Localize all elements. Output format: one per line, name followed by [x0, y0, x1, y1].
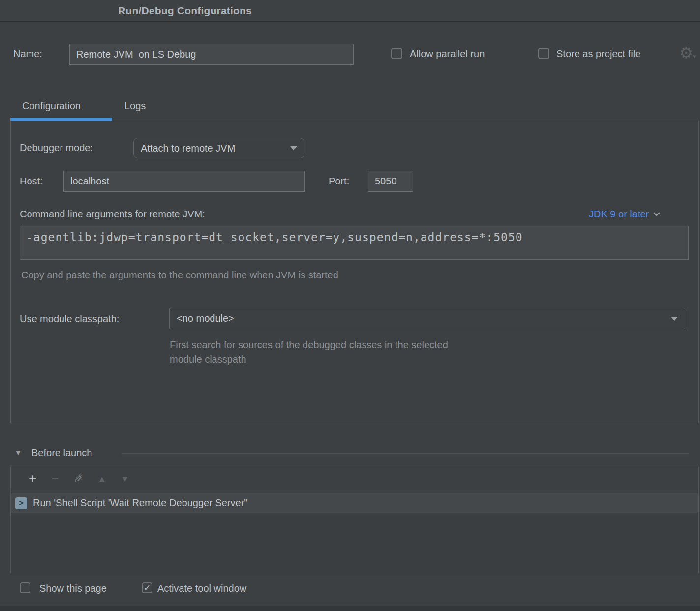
- remove-icon[interactable]: −: [51, 472, 59, 485]
- host-label: Host:: [20, 176, 43, 187]
- debugger-mode-value: Attach to remote JVM: [141, 143, 235, 154]
- name-label: Name:: [13, 48, 42, 60]
- tab-configuration[interactable]: Configuration: [22, 100, 81, 112]
- store-as-project-file-label: Store as project file: [556, 48, 640, 60]
- add-icon[interactable]: +: [29, 472, 36, 486]
- run-debug-configurations-dialog: Run/Debug Configurations Name: Allow par…: [0, 0, 700, 611]
- allow-parallel-run-label: Allow parallel run: [410, 48, 485, 60]
- chevron-down-icon: [671, 317, 678, 321]
- chevron-down-icon: [653, 212, 660, 216]
- module-classpath-label: Use module classpath:: [20, 313, 119, 325]
- store-options-gear-icon[interactable]: ⚙▾: [679, 45, 696, 61]
- before-launch-item[interactable]: > Run 'Shell Script 'Wait Remote Debugge…: [11, 493, 698, 513]
- name-input[interactable]: [69, 44, 354, 65]
- edit-pencil-icon[interactable]: ✎: [74, 473, 83, 485]
- before-launch-item-label: Run 'Shell Script 'Wait Remote Debugger …: [33, 497, 248, 509]
- module-classpath-value: <no module>: [177, 313, 234, 324]
- show-this-page-label: Show this page: [39, 583, 107, 594]
- store-as-project-file-checkbox[interactable]: [538, 48, 549, 59]
- debugger-mode-label: Debugger mode:: [20, 142, 93, 153]
- before-launch-collapse-icon[interactable]: ▼: [15, 449, 22, 457]
- dialog-title: Run/Debug Configurations: [118, 0, 252, 22]
- activate-tool-window-label: Activate tool window: [157, 583, 246, 594]
- jdk-version-label: JDK 9 or later: [589, 209, 649, 220]
- before-launch-toolbar: + − ✎ ▲ ▼: [11, 467, 698, 490]
- before-launch-separator: [122, 453, 689, 454]
- move-up-icon[interactable]: ▲: [98, 475, 106, 483]
- command-line-label: Command line arguments for remote JVM:: [20, 209, 205, 220]
- debugger-mode-dropdown[interactable]: Attach to remote JVM: [133, 138, 304, 158]
- port-label: Port:: [329, 176, 349, 187]
- chevron-down-icon: [290, 146, 297, 150]
- allow-parallel-run-checkbox[interactable]: [391, 48, 402, 59]
- shell-script-run-icon: >: [15, 497, 27, 509]
- dialog-button-bar-edge: [0, 606, 700, 611]
- command-line-arguments-box[interactable]: -agentlib:jdwp=transport=dt_socket,serve…: [20, 226, 689, 260]
- dialog-title-bar: Run/Debug Configurations: [0, 0, 700, 22]
- before-launch-title: Before launch: [31, 447, 92, 458]
- show-this-page-checkbox[interactable]: [20, 582, 30, 593]
- before-launch-list: > Run 'Shell Script 'Wait Remote Debugge…: [11, 493, 698, 575]
- tab-logs[interactable]: Logs: [124, 100, 146, 112]
- command-line-hint: Copy and paste the arguments to the comm…: [21, 270, 338, 281]
- check-icon: ✓: [144, 584, 151, 592]
- module-classpath-hint: First search for sources of the debugged…: [170, 338, 448, 367]
- host-input[interactable]: [63, 171, 305, 192]
- move-down-icon[interactable]: ▼: [121, 475, 129, 483]
- port-input[interactable]: [368, 171, 413, 192]
- module-classpath-dropdown[interactable]: <no module>: [169, 308, 685, 329]
- activate-tool-window-checkbox[interactable]: ✓: [142, 582, 152, 593]
- before-launch-panel: + − ✎ ▲ ▼ > Run 'Shell Script 'Wait Remo…: [10, 467, 699, 573]
- jdk-version-selector[interactable]: JDK 9 or later: [589, 209, 660, 220]
